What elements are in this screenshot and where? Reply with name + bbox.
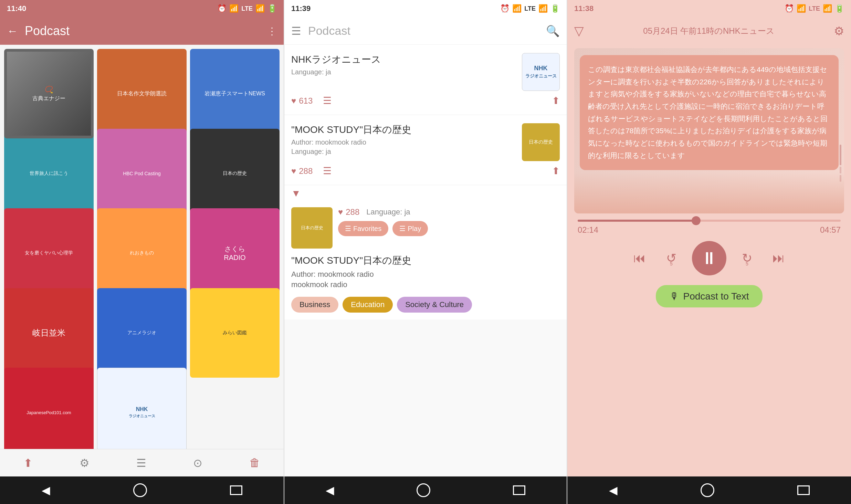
status-icons-2: ⏰ 📶 LTE 📶 🔋 [500, 4, 560, 13]
android-nav-2: ◀ [284, 476, 567, 504]
playlist-icon-mook[interactable]: ☰ [323, 165, 542, 177]
progress-track[interactable] [578, 220, 841, 222]
transcript-bubble: この調査は東京都社会福祉協議会が去年都内にある449の地域包括支援センターに調査… [580, 55, 839, 170]
podcast-list-item-nhk[interactable]: NHKラジオニュース Language: ja NHKラジオニュース ♥ 613… [284, 45, 567, 115]
nav-recent-3[interactable] [797, 485, 810, 495]
gear-icon[interactable]: ⚙ [834, 24, 844, 38]
nav-home-3[interactable] [701, 483, 714, 497]
status-bar-2: 11:39 ⏰ 📶 LTE 📶 🔋 [284, 0, 567, 17]
player-content: この調査は東京都社会福祉協議会が去年都内にある449の地域包括支援センターに調査… [567, 45, 851, 476]
app-bar-2: ☰ Podcast 🔍 [284, 17, 567, 45]
tag-education[interactable]: Education [343, 297, 393, 313]
search-icon[interactable]: 🔍 [546, 24, 560, 38]
list-item[interactable]: 日本名作文学朗選読 [97, 49, 187, 138]
heart-icon-mook: ♥ [291, 166, 296, 176]
play-button[interactable]: ☰ Play [392, 221, 428, 236]
expand-buttons: ☰ Favorites ☰ Play [338, 221, 560, 236]
playlist-icon-nhk[interactable]: ☰ [323, 95, 542, 106]
podcast-logo-mook: 日本の歴史 [522, 123, 560, 161]
podcast-item-title-mook: "MOOK STUDY"日本の歴史 [291, 123, 516, 136]
wifi-icon: 📶 [229, 4, 239, 13]
battery-icon: 🔋 [267, 4, 277, 13]
share-icon-mook[interactable]: ⬆ [552, 165, 560, 177]
android-nav-1: ◀ [0, 476, 284, 504]
list-item[interactable]: アニメラジオ [97, 288, 187, 378]
list-item[interactable]: れおきもの [97, 208, 187, 298]
alarm-icon: ⏰ [217, 4, 227, 13]
play-icon-btn: ☰ [399, 224, 406, 233]
player-art-area: この調査は東京都社会福祉協議会が去年都内にある449の地域包括支援センターに調査… [574, 48, 844, 213]
podcast-actions-mook: ♥ 288 ☰ ⬆ [291, 165, 560, 177]
back-icon[interactable]: ← [7, 25, 18, 38]
list-item[interactable]: さくらRADIO [190, 208, 280, 298]
delete-icon[interactable]: 🗑 [249, 456, 260, 469]
app-title-2: Podcast [308, 24, 539, 38]
app-bar-1: ← Podcast ⋮ [0, 17, 284, 45]
scan-icon[interactable]: ⊙ [193, 456, 202, 470]
forward-button[interactable]: ↻ 5 [736, 247, 758, 269]
status-icons-3: ⏰ 📶 LTE 📶 🔋 [785, 4, 844, 13]
panel-podcast-grid: 11:40 ⏰ 📶 LTE 📶 🔋 ← Podcast ⋮ 📿 古典エナジー 日… [0, 0, 284, 504]
list-item[interactable]: 世界旅人に訊こう [4, 129, 94, 218]
expand-like-count: 288 [346, 207, 359, 217]
skip-back-button[interactable]: ⏮ [629, 247, 651, 269]
bottom-toolbar: ⬆ ⚙ ☰ ⊙ 🗑 [0, 449, 284, 476]
list-item[interactable]: みらい図鑑 [190, 288, 280, 378]
player-title: 05月24日 午前11時のNHKニュース [584, 25, 834, 36]
podcast-to-text-button[interactable]: 🎙 Podcast to Text [656, 285, 763, 307]
podcast-item-title: NHKラジオニュース [291, 53, 516, 66]
podcast-item-language-mook: Language: ja [291, 148, 516, 156]
share-icon-nhk[interactable]: ⬆ [552, 95, 560, 106]
chevron-down-icon[interactable]: ▽ [574, 24, 584, 38]
android-nav-3: ◀ [567, 476, 851, 504]
expand-source: mookmook radio [291, 280, 560, 289]
tag-business[interactable]: Business [291, 297, 338, 313]
list-item[interactable]: 日本の歴史 [190, 129, 280, 218]
expand-likes: ♥ 288 [338, 207, 359, 217]
panel-podcast-detail: 11:39 ⏰ 📶 LTE 📶 🔋 ☰ Podcast 🔍 NHKラジオニュース… [284, 0, 567, 504]
rewind-button[interactable]: ↺ 5 [660, 247, 682, 269]
more-icon-1[interactable]: ⋮ [267, 25, 277, 37]
list-item[interactable]: 岐日並米 [4, 288, 94, 378]
nav-recent-1[interactable] [230, 485, 242, 495]
list-icon[interactable]: ☰ [136, 456, 146, 470]
expanded-detail: ▼ 日本の歴史 ♥ 288 Language: ja ☰ Favorite [284, 185, 567, 319]
skip-forward-button[interactable]: ⏭ [768, 247, 790, 269]
podcast-item-header: NHKラジオニュース Language: ja NHKラジオニュース [291, 53, 560, 91]
podcast-list-item-mook[interactable]: "MOOK STUDY"日本の歴史 Author: mookmook radio… [284, 115, 567, 185]
list-item[interactable]: NHKラジオニュース [97, 368, 187, 449]
list-item[interactable]: JapanesePod101.com [4, 368, 94, 449]
expand-author: Author: mookmook radio [291, 270, 560, 279]
nav-back-2[interactable]: ◀ [326, 484, 334, 497]
list-item[interactable]: 岩瀬恵子スマートNEWS [190, 49, 280, 138]
battery-icon-2: 🔋 [550, 4, 560, 13]
list-item[interactable]: 📿 古典エナジー [4, 49, 94, 138]
hamburger-icon[interactable]: ☰ [291, 24, 301, 38]
nav-back-1[interactable]: ◀ [42, 484, 50, 497]
progress-thumb[interactable] [692, 216, 701, 225]
nav-home-2[interactable] [417, 483, 430, 497]
heart-icon-expand: ♥ [338, 207, 343, 217]
tag-society[interactable]: Society & Culture [397, 297, 472, 313]
status-icons-1: ⏰ 📶 LTE 📶 🔋 [217, 4, 277, 13]
share-icon[interactable]: ⬆ [23, 456, 33, 470]
list-item[interactable]: HBC Pod Casting [97, 129, 187, 218]
equalizer-icon[interactable]: ⚙ [80, 456, 90, 470]
expand-chevron[interactable]: ▼ [284, 185, 567, 202]
nav-back-3[interactable]: ◀ [609, 484, 618, 497]
heart-count-nhk: ♥ 613 [291, 96, 313, 106]
podcast-item-language: Language: ja [291, 68, 516, 76]
pause-button[interactable]: ⏸ [692, 241, 726, 275]
heart-icon-nhk: ♥ [291, 96, 296, 106]
playlist-icon-btn: ☰ [345, 224, 351, 233]
nav-home-1[interactable] [133, 483, 147, 497]
panel-player: 11:38 ⏰ 📶 LTE 📶 🔋 ▽ 05月24日 午前11時のNHKニュース… [567, 0, 851, 504]
wifi-icon-3: 📶 [797, 4, 806, 13]
battery-icon-3: 🔋 [835, 4, 844, 13]
favorites-button[interactable]: ☰ Favorites [338, 221, 388, 236]
nav-recent-2[interactable] [513, 485, 525, 495]
signal-icon: 📶 [255, 4, 265, 13]
expand-content: 日本の歴史 ♥ 288 Language: ja ☰ Favorites [284, 202, 567, 254]
list-item[interactable]: 女を磨くヤバい心理学 [4, 208, 94, 298]
lte-text: LTE [241, 5, 253, 12]
